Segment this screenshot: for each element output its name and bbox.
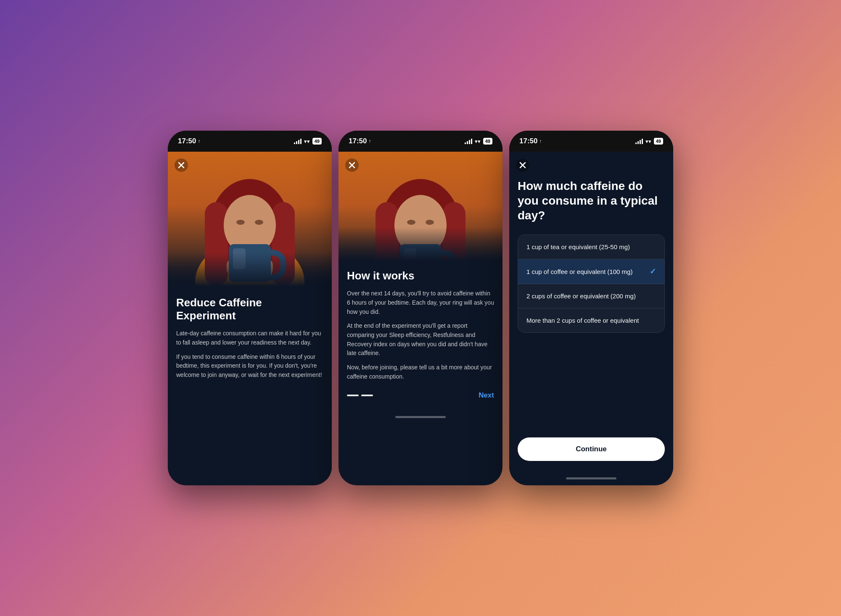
pagination-2 (347, 395, 373, 396)
close-button-3[interactable] (516, 158, 529, 172)
battery-badge-2: 49 (483, 138, 492, 145)
close-icon-2 (349, 162, 355, 168)
phone-2-footer: Next (347, 386, 494, 403)
svg-point-7 (236, 220, 245, 225)
status-time-3: 17:50 ↑ (519, 137, 542, 145)
phone-2: 17:50 ↑ ▾▾ 49 (339, 131, 502, 485)
phone-3-content: How much caffeine do you consume in a ty… (509, 152, 673, 471)
status-time-1: 17:50 ↑ (178, 137, 200, 145)
option-2-text: 1 cup of coffee or equivalent (100 mg) (526, 267, 645, 276)
location-arrow-icon-1: ↑ (198, 138, 200, 144)
close-icon-3 (519, 162, 526, 168)
svg-point-8 (255, 220, 263, 225)
status-icons-1: ▾▾ 49 (294, 138, 322, 145)
option-2[interactable]: 1 cup of coffee or equivalent (100 mg) ✓ (518, 259, 664, 284)
home-bar-3 (566, 477, 616, 479)
status-time-2: 17:50 ↑ (349, 137, 371, 145)
battery-badge-3: 49 (654, 138, 663, 145)
home-indicator-3 (509, 471, 673, 485)
phone-1-content: Reduce Caffeine Experiment Late-day caff… (168, 152, 332, 485)
status-icons-2: ▾▾ 49 (465, 138, 492, 145)
wifi-icon-1: ▾▾ (304, 138, 310, 145)
close-icon-1 (178, 162, 185, 168)
option-1-text: 1 cup of tea or equivalent (25-50 mg) (526, 242, 656, 251)
signal-icon-2 (465, 138, 472, 144)
status-bar-1: 17:50 ↑ ▾▾ 49 (168, 131, 332, 152)
close-button-2[interactable] (345, 158, 359, 172)
hero-image-1 (168, 152, 332, 286)
check-icon-2: ✓ (650, 267, 656, 276)
phone-2-body: How it works Over the next 14 days, you'… (339, 261, 502, 410)
option-3-text: 2 cups of coffee or equivalent (200 mg) (526, 292, 656, 300)
hero-gradient-overlay-2 (339, 227, 502, 261)
svg-point-20 (407, 220, 415, 225)
dot-2-2-active (361, 395, 373, 396)
svg-point-21 (426, 220, 434, 225)
phone-1: 17:50 ↑ ▾▾ 49 (168, 131, 332, 485)
dot-2-1-active (347, 395, 359, 396)
wifi-icon-3: ▾▾ (645, 138, 651, 145)
time-label-3: 17:50 (519, 137, 537, 145)
option-1[interactable]: 1 cup of tea or equivalent (25-50 mg) (518, 235, 664, 259)
close-button-1[interactable] (175, 158, 188, 172)
next-button-2[interactable]: Next (479, 391, 494, 400)
status-icons-3: ▾▾ 49 (635, 138, 663, 145)
status-bar-3: 17:50 ↑ ▾▾ 49 (509, 131, 673, 152)
location-arrow-icon-2: ↑ (368, 138, 371, 144)
phones-container: 17:50 ↑ ▾▾ 49 (164, 131, 677, 485)
wifi-icon-2: ▾▾ (475, 138, 481, 145)
screen-text-1b: If you tend to consume caffeine within 6… (176, 353, 323, 380)
battery-badge-1: 49 (312, 138, 322, 145)
continue-button[interactable]: Continue (518, 437, 665, 461)
screen-text-2b: At the end of the experiment you'll get … (347, 321, 494, 358)
phone-3: 17:50 ↑ ▾▾ 49 How much (509, 131, 673, 485)
phone-1-body: Reduce Caffeine Experiment Late-day caff… (168, 286, 332, 485)
time-label-2: 17:50 (349, 137, 367, 145)
screen-text-1a: Late-day caffeine consumption can make i… (176, 329, 323, 347)
options-list: 1 cup of tea or equivalent (25-50 mg) 1 … (518, 234, 665, 333)
status-bar-2: 17:50 ↑ ▾▾ 49 (339, 131, 502, 152)
home-indicator-2 (339, 410, 502, 424)
hero-image-2 (339, 152, 502, 261)
location-arrow-icon-3: ↑ (539, 138, 542, 144)
screen-text-2a: Over the next 14 days, you'll try to avo… (347, 289, 494, 316)
phone-1-footer: Next (176, 483, 323, 485)
signal-icon-1 (294, 138, 301, 144)
hero-gradient-overlay-1 (168, 253, 332, 286)
signal-icon-3 (635, 138, 643, 144)
screen-title-2: How it works (347, 269, 494, 282)
option-3[interactable]: 2 cups of coffee or equivalent (200 mg) (518, 284, 664, 308)
option-4[interactable]: More than 2 cups of coffee or equivalent (518, 308, 664, 332)
home-bar-2 (395, 416, 446, 418)
option-4-text: More than 2 cups of coffee or equivalent (526, 316, 656, 325)
time-label-1: 17:50 (178, 137, 196, 145)
phone-3-body: How much caffeine do you consume in a ty… (509, 152, 673, 471)
phone-2-content: How it works Over the next 14 days, you'… (339, 152, 502, 410)
screen-title-1: Reduce Caffeine Experiment (176, 296, 323, 322)
question-title: How much caffeine do you consume in a ty… (518, 179, 665, 223)
screen-text-2c: Now, before joining, please tell us a bi… (347, 363, 494, 381)
